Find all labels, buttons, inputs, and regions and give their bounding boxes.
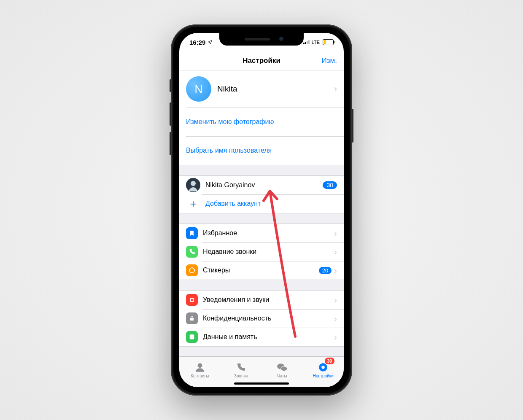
row-label: Данные и память	[203, 333, 257, 341]
svg-point-4	[191, 299, 193, 301]
tab-contacts[interactable]: Контакты	[179, 357, 221, 383]
tab-calls[interactable]: Звонки	[221, 357, 262, 383]
settings-row[interactable]: Недавние звонки›	[179, 242, 344, 261]
battery-icon	[323, 39, 334, 45]
account-name: Nikita Goryainov	[205, 181, 255, 189]
add-account-row[interactable]: + Добавить аккаунт	[179, 194, 344, 213]
row-label: Избранное	[203, 229, 237, 237]
change-photo-link[interactable]: Изменить мою фотографию	[179, 108, 344, 136]
signal-icon	[303, 40, 310, 44]
chevron-right-icon: ›	[334, 229, 337, 238]
account-row[interactable]: Nikita Goryainov 30	[179, 176, 344, 194]
notch	[219, 33, 304, 46]
choose-username-link[interactable]: Выбрать имя пользователя	[179, 136, 344, 165]
sticker-icon	[186, 264, 198, 276]
page-title: Настройки	[243, 57, 280, 65]
location-icon	[208, 40, 213, 45]
phone-icon	[186, 246, 198, 258]
avatar: N	[186, 76, 211, 102]
phone-frame: 16:29 LTE Настройки Изм.	[171, 24, 352, 396]
profile-name: Nikita	[217, 84, 237, 94]
contacts-icon	[194, 361, 206, 373]
svg-point-1	[191, 181, 196, 186]
chevron-right-icon: ›	[334, 295, 337, 305]
edit-button[interactable]: Изм.	[322, 57, 337, 65]
settings-row[interactable]: Стикеры20›	[179, 261, 344, 280]
chats-icon	[276, 361, 288, 373]
row-label: Уведомления и звуки	[203, 296, 269, 304]
add-account-label: Добавить аккаунт	[205, 200, 261, 207]
chevron-right-icon: ›	[334, 84, 337, 94]
data-icon	[186, 331, 198, 343]
tab-settings[interactable]: Настройки 30	[303, 357, 344, 383]
calls-icon	[235, 361, 247, 373]
svg-point-11	[321, 366, 325, 369]
bookmark-icon	[186, 227, 198, 239]
svg-point-7	[197, 363, 202, 368]
account-badge: 30	[323, 181, 337, 189]
account-avatar	[186, 178, 200, 192]
settings-content[interactable]: N Nikita › Изменить мою фотографию Выбра…	[179, 70, 344, 361]
lock-icon	[186, 312, 198, 324]
settings-row[interactable]: Уведомления и звуки›	[179, 291, 344, 309]
status-time: 16:29	[189, 39, 205, 46]
tab-chats[interactable]: Чаты	[262, 357, 303, 383]
nav-bar: Настройки Изм.	[179, 51, 344, 70]
profile-row[interactable]: N Nikita ›	[179, 70, 344, 108]
svg-point-9	[281, 366, 287, 371]
row-label: Стикеры	[203, 267, 230, 274]
row-badge: 20	[319, 267, 332, 274]
bell-icon	[186, 294, 198, 306]
chevron-right-icon: ›	[334, 332, 337, 342]
settings-row[interactable]: Конфиденциальность›	[179, 309, 344, 328]
network-label: LTE	[312, 40, 320, 45]
row-label: Недавние звонки	[203, 248, 256, 256]
svg-rect-5	[190, 318, 194, 320]
row-label: Конфиденциальность	[203, 315, 271, 322]
chevron-right-icon: ›	[334, 266, 337, 275]
chevron-right-icon: ›	[334, 314, 337, 323]
settings-row[interactable]: Данные и память›	[179, 328, 344, 346]
settings-row[interactable]: Избранное›	[179, 224, 344, 242]
screen: 16:29 LTE Настройки Изм.	[179, 33, 344, 387]
plus-icon: +	[186, 197, 200, 210]
tab-badge: 30	[325, 358, 334, 364]
home-indicator[interactable]	[234, 382, 289, 385]
chevron-right-icon: ›	[334, 247, 337, 257]
